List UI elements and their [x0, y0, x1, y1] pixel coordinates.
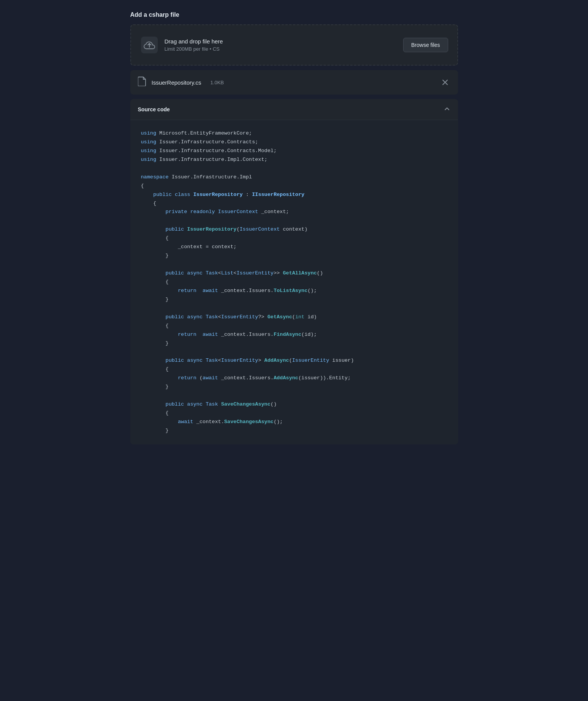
code-line-35: }	[141, 427, 447, 435]
code-line-23: {	[141, 322, 447, 330]
code-line-32: public async Task SaveChangesAsync()	[141, 400, 447, 409]
page-container: Add a csharp file Drag and drop file her…	[130, 11, 458, 444]
upload-cloud-icon	[141, 37, 158, 53]
chevron-up-icon	[444, 105, 450, 112]
upload-zone: Drag and drop file here Limit 200MB per …	[130, 24, 458, 66]
upload-zone-left: Drag and drop file here Limit 200MB per …	[140, 36, 223, 54]
upload-icon-container	[140, 36, 159, 54]
code-line-28: {	[141, 365, 447, 374]
code-line-7: {	[141, 182, 447, 191]
code-line-18: {	[141, 278, 447, 287]
code-line-8: public class IssuerRepository : IIssuerR…	[141, 191, 447, 199]
code-line-33: {	[141, 409, 447, 418]
file-size: 1.0KB	[210, 80, 224, 85]
file-type-icon	[138, 76, 146, 88]
code-line-20: }	[141, 295, 447, 304]
file-name: IssuerRepository.cs	[152, 79, 202, 86]
code-line-9: {	[141, 199, 447, 208]
source-code-header: Source code	[130, 99, 458, 120]
close-icon	[442, 79, 448, 85]
code-line-27: public async Task<IssuerEntity> AddAsync…	[141, 356, 447, 365]
code-line-17: public async Task<List<IssuerEntity>> Ge…	[141, 269, 447, 278]
code-line-19: return await _context.Issuers.ToListAsyn…	[141, 287, 447, 295]
file-item: IssuerRepository.cs 1.0KB	[130, 70, 458, 95]
code-line-3: using Issuer.Infrastructure.Contracts.Mo…	[141, 147, 447, 156]
code-line-13: {	[141, 234, 447, 243]
code-line-22: public async Task<IssuerEntity?> GetAsyn…	[141, 313, 447, 322]
code-line-30: }	[141, 383, 447, 391]
browse-files-button[interactable]: Browse files	[403, 38, 448, 52]
source-code-title: Source code	[138, 106, 170, 112]
upload-drag-text: Drag and drop file here	[165, 38, 223, 45]
remove-file-button[interactable]	[440, 77, 450, 88]
code-line-15: }	[141, 252, 447, 260]
page-title: Add a csharp file	[130, 11, 458, 18]
upload-limit-text: Limit 200MB per file • CS	[165, 46, 223, 52]
code-line-26	[141, 348, 447, 356]
code-line-24: return await _context.Issuers.FindAsync(…	[141, 330, 447, 339]
code-line-12: public IssuerRepository(IssuerContext co…	[141, 225, 447, 234]
upload-text: Drag and drop file here Limit 200MB per …	[165, 38, 223, 52]
code-line-5	[141, 164, 447, 173]
file-item-left: IssuerRepository.cs 1.0KB	[138, 76, 224, 88]
code-line-29: return (await _context.Issuers.AddAsync(…	[141, 374, 447, 383]
code-line-25: }	[141, 339, 447, 348]
code-line-6: namespace Issuer.Infrastructure.Impl	[141, 173, 447, 182]
code-line-16	[141, 260, 447, 269]
code-line-10: private readonly IssuerContext _context;	[141, 208, 447, 217]
code-line-21	[141, 304, 447, 313]
code-line-1: using Microsoft.EntityFrameworkCore;	[141, 129, 447, 138]
code-line-34: await _context.SaveChangesAsync();	[141, 418, 447, 427]
code-line-4: using Issuer.Infrastructure.Impl.Context…	[141, 156, 447, 164]
code-line-11	[141, 217, 447, 225]
collapse-source-button[interactable]	[444, 105, 450, 114]
code-line-31	[141, 391, 447, 400]
code-block: using Microsoft.EntityFrameworkCore; usi…	[130, 120, 458, 444]
source-code-panel: Source code using Microsoft.EntityFramew…	[130, 99, 458, 444]
code-line-2: using Issuer.Infrastructure.Contracts;	[141, 138, 447, 147]
code-line-14: _context = context;	[141, 243, 447, 252]
